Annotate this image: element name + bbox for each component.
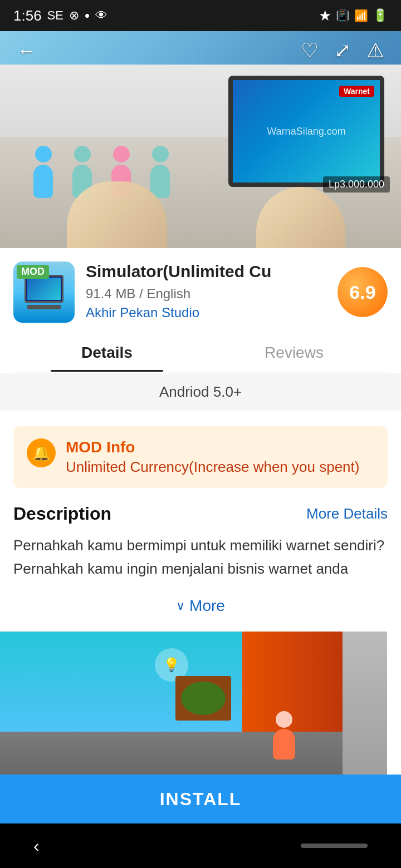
lp-label: Lp3.000.000	[323, 176, 390, 193]
app-meta: Simulator(Unlimited Cu 91.4 MB / English…	[86, 262, 326, 320]
more-details-link[interactable]: More Details	[306, 505, 388, 522]
nav-bar: ← ♡ ⤢ ⚠	[0, 31, 401, 70]
back-button[interactable]: ←	[17, 39, 37, 62]
description-title: Description	[13, 504, 111, 524]
bell-icon: 🔔	[27, 438, 56, 467]
tab-details[interactable]: Details	[13, 334, 200, 372]
status-time: 1:56	[13, 7, 42, 24]
bluetooth-icon: ★	[319, 7, 331, 24]
wall-decor	[175, 676, 231, 721]
app-developer[interactable]: Akhir Pekan Studio	[86, 305, 326, 320]
tab-reviews[interactable]: Reviews	[200, 334, 388, 372]
mod-info-desc: Unlimited Currency(Increase when you spe…	[66, 458, 359, 476]
description-header: Description More Details	[13, 504, 388, 524]
status-right: ★ 📳 📶 🔋	[319, 7, 388, 24]
vibrate-icon: 📳	[336, 9, 350, 22]
mod-info-title: MOD Info	[66, 438, 359, 456]
app-info-section: MOD Simulator(Unlimited Cu 91.4 MB / Eng…	[0, 248, 401, 323]
more-button[interactable]: ∨ More	[13, 591, 388, 620]
status-left: 1:56 SE ⊗ • 👁	[13, 7, 107, 24]
figure-1	[33, 146, 53, 198]
share-button[interactable]: ⤢	[334, 39, 351, 62]
alert-button[interactable]: ⚠	[366, 39, 384, 62]
mod-info-text: MOD Info Unlimited Currency(Increase whe…	[66, 438, 359, 476]
bottom-back-button[interactable]: ‹	[33, 836, 40, 856]
screenshot-figure	[270, 711, 298, 760]
app-title: Simulator(Unlimited Cu	[86, 262, 326, 282]
tabs: Details Reviews	[13, 334, 388, 372]
app-icon: MOD	[13, 262, 75, 323]
warnet-label: Warnet	[339, 86, 374, 97]
status-bar: 1:56 SE ⊗ • 👁 ★ 📳 📶 🔋	[0, 0, 401, 31]
dot-icon: •	[85, 7, 90, 24]
battery-icon: 🔋	[373, 8, 388, 23]
install-button[interactable]: INSTALL	[0, 775, 401, 823]
favorite-button[interactable]: ♡	[301, 39, 319, 62]
eye-icon: 👁	[95, 8, 107, 23]
more-label: More	[189, 597, 225, 615]
bottom-nav: ‹	[0, 823, 401, 868]
app-size: 91.4 MB / English	[86, 286, 326, 302]
android-version: Andriod 5.0+	[0, 373, 401, 411]
block-icon: ⊗	[69, 8, 79, 23]
home-indicator[interactable]	[301, 844, 368, 848]
nav-right: ♡ ⤢ ⚠	[301, 39, 384, 62]
chevron-down-icon: ∨	[176, 599, 185, 613]
main-monitor: WarnaSilang.com Warnet	[228, 76, 384, 187]
description-text: Pernahkah kamu bermimpi untuk memiliki w…	[13, 534, 388, 580]
hero-image: WarnaSilang.com Warnet Lp3.000.000 ← ♡ ⤢…	[0, 31, 401, 248]
signal-icon: SE	[47, 8, 63, 23]
mod-info-box: 🔔 MOD Info Unlimited Currency(Increase w…	[13, 426, 388, 488]
description-section: Description More Details Pernahkah kamu …	[0, 504, 401, 620]
mod-badge: MOD	[17, 265, 49, 279]
install-button-container: INSTALL	[0, 775, 401, 823]
figure-4	[150, 146, 170, 198]
app-header: MOD Simulator(Unlimited Cu 91.4 MB / Eng…	[13, 262, 388, 323]
rating-badge: 6.9	[338, 267, 388, 317]
network-icon: 📶	[354, 9, 368, 22]
